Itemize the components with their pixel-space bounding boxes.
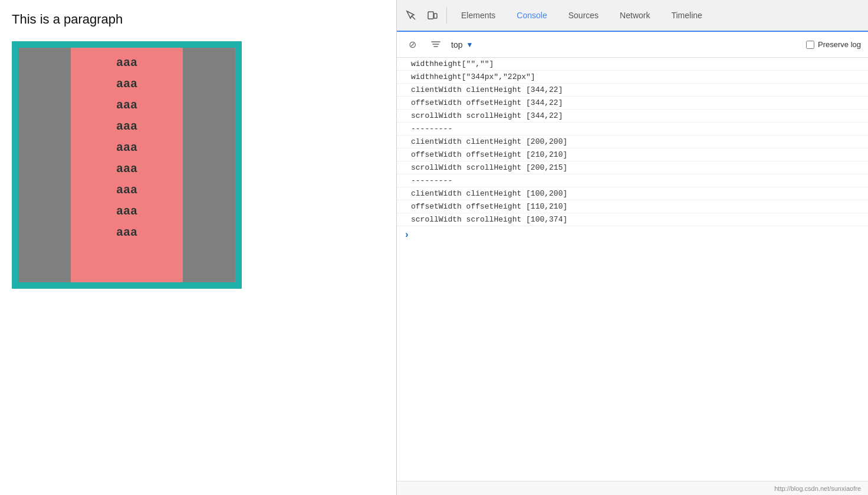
gray-col-left — [18, 48, 71, 282]
aaa-item-9: aaa — [116, 222, 137, 243]
console-line-9: clientWidth clientHeight [100,200] — [397, 187, 868, 200]
console-separator-2: --------- — [397, 174, 868, 187]
svg-line-0 — [412, 16, 415, 19]
devtools-toolbar: Elements Console Sources Network Timelin… — [397, 0, 868, 32]
context-selector[interactable]: top ▼ — [451, 40, 473, 50]
console-line-2: widthheight["344px","22px"] — [397, 71, 868, 84]
console-line-10: offsetWidth offsetHeight [110,210] — [397, 200, 868, 213]
console-line-5: scrollWidth scrollHeight [344,22] — [397, 110, 868, 123]
preserve-log-label: Preserve log — [818, 40, 861, 49]
console-prompt-arrow-icon: › — [404, 230, 410, 240]
console-separator-1: --------- — [397, 123, 868, 136]
preserve-log-checkbox[interactable] — [806, 41, 814, 49]
filter-button[interactable] — [428, 37, 444, 53]
console-line-8: scrollWidth scrollHeight [200,215] — [397, 161, 868, 174]
tab-console[interactable]: Console — [507, 0, 556, 32]
console-line-11: scrollWidth scrollHeight [100,374] — [397, 213, 868, 226]
aaa-item-8: aaa — [116, 201, 137, 222]
console-input[interactable] — [413, 231, 861, 240]
context-label: top — [451, 40, 462, 50]
svg-rect-2 — [434, 14, 437, 18]
device-toolbar-button[interactable] — [423, 6, 442, 25]
page-title: This is a paragraph — [12, 12, 384, 27]
demo-container: aaa aaa aaa aaa aaa aaa aaa aaa aaa — [12, 41, 242, 289]
devtools-panel: Elements Console Sources Network Timelin… — [396, 0, 868, 495]
aaa-item-4: aaa — [116, 116, 137, 137]
footer-link[interactable]: http://blog.csdn.net/sunxiaofre — [774, 485, 861, 492]
aaa-item-7: aaa — [116, 180, 137, 201]
devtools-footer: http://blog.csdn.net/sunxiaofre — [397, 481, 868, 495]
aaa-item-1: aaa — [116, 52, 137, 74]
svg-rect-1 — [428, 12, 433, 19]
console-line-3: clientWidth clientHeight [344,22] — [397, 84, 868, 97]
tab-sources[interactable]: Sources — [559, 0, 608, 32]
console-filter-bar: ⊘ top ▼ Preserve log — [397, 32, 868, 58]
console-output: widthheight["",""] widthheight["344px","… — [397, 58, 868, 481]
console-line-7: offsetWidth offsetHeight [210,210] — [397, 148, 868, 161]
gray-col-right — [183, 48, 235, 282]
tab-network[interactable]: Network — [610, 0, 659, 32]
console-line-6: clientWidth clientHeight [200,200] — [397, 136, 868, 148]
preserve-log-container: Preserve log — [806, 40, 861, 49]
aaa-item-6: aaa — [116, 159, 137, 180]
tab-elements[interactable]: Elements — [452, 0, 505, 32]
context-arrow-icon: ▼ — [466, 41, 473, 49]
pink-col: aaa aaa aaa aaa aaa aaa aaa aaa aaa — [71, 48, 183, 282]
inspect-element-button[interactable] — [402, 6, 420, 25]
toolbar-divider — [446, 7, 447, 24]
clear-console-button[interactable]: ⊘ — [404, 37, 420, 53]
aaa-item-5: aaa — [116, 137, 137, 159]
aaa-item-3: aaa — [116, 95, 137, 116]
console-line-1: widthheight["",""] — [397, 58, 868, 71]
aaa-item-2: aaa — [116, 74, 137, 95]
console-prompt-line: › — [397, 226, 868, 244]
tab-timeline[interactable]: Timeline — [662, 0, 711, 32]
console-line-4: offsetWidth offsetHeight [344,22] — [397, 97, 868, 110]
left-panel: This is a paragraph aaa aaa aaa aaa aaa … — [0, 0, 396, 495]
